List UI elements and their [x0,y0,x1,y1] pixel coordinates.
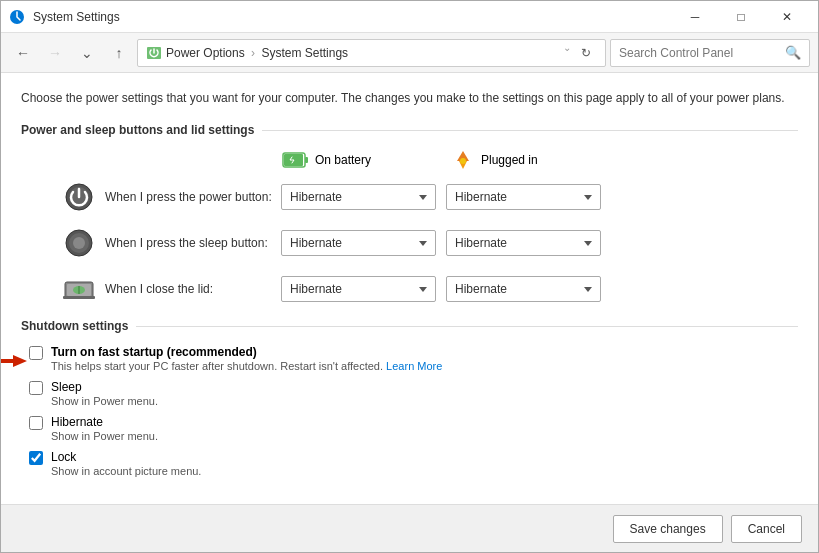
power-button-label: When I press the power button: [105,190,281,204]
dropdown-arrow-icon: ⌄ [563,42,571,64]
cancel-button[interactable]: Cancel [731,515,802,543]
battery-icon [281,149,309,171]
fast-startup-checkbox[interactable] [29,346,43,360]
lock-text: Lock Show in account picture menu. [51,450,201,477]
fast-startup-label: Turn on fast startup (recommended) This … [29,345,798,372]
column-headers: On battery Plugged in [61,149,798,171]
svg-point-10 [73,237,85,249]
plugged-in-icon [451,149,475,171]
up-button[interactable]: ↑ [105,39,133,67]
col-battery-header: On battery [281,149,451,171]
sleep-checkbox[interactable] [29,381,43,395]
power-plugged-select[interactable]: Hibernate Do nothing Sleep Shut down Tur… [446,184,601,210]
title-bar-left: System Settings [9,9,120,25]
down-button[interactable]: ⌄ [73,39,101,67]
main-content: Choose the power settings that you want … [1,73,818,504]
learn-more-link[interactable]: Learn More [386,360,442,372]
power-options-icon [146,45,162,61]
sleep-main: Sleep [51,380,158,394]
title-bar: System Settings ─ □ ✕ [1,1,818,33]
hibernate-main: Hibernate [51,415,158,429]
back-button[interactable]: ← [9,39,37,67]
lock-checkbox-label: Lock Show in account picture menu. [29,450,798,477]
refresh-button[interactable]: ↻ [575,42,597,64]
hibernate-checkbox[interactable] [29,416,43,430]
nav-bar: ← → ⌄ ↑ Power Options › System Settings … [1,33,818,73]
sleep-button-label: When I press the sleep button: [105,236,281,250]
breadcrumb-root: Power Options [166,46,245,60]
breadcrumb-current: System Settings [261,46,348,60]
lock-row: Lock Show in account picture menu. [29,450,798,477]
on-battery-label: On battery [315,153,371,167]
svg-rect-3 [305,157,308,163]
sleep-checkbox-label: Sleep Show in Power menu. [29,380,798,407]
sleep-sub: Show in Power menu. [51,395,158,407]
section2-header: Shutdown settings [21,319,798,333]
maximize-button[interactable]: □ [718,1,764,33]
hibernate-text: Hibernate Show in Power menu. [51,415,158,442]
search-box: 🔍 [610,39,810,67]
svg-point-5 [460,158,466,164]
plugged-in-label: Plugged in [481,153,538,167]
power-button-row: When I press the power button: Hibernate… [61,179,798,215]
fast-startup-main: Turn on fast startup (recommended) [51,345,442,359]
forward-button[interactable]: → [41,39,69,67]
settings-grid: On battery Plugged in [61,149,798,307]
hibernate-sub: Show in Power menu. [51,430,158,442]
section1-label: Power and sleep buttons and lid settings [21,123,254,137]
section2-label: Shutdown settings [21,319,128,333]
sleep-text: Sleep Show in Power menu. [51,380,158,407]
lid-plugged-select[interactable]: Hibernate Do nothing Sleep Shut down Tur… [446,276,601,302]
lid-icon-container [61,271,97,307]
address-bar: Power Options › System Settings ⌄ ↻ [137,39,606,67]
lid-battery-select[interactable]: Hibernate Do nothing Sleep Shut down Tur… [281,276,436,302]
fast-startup-sub: This helps start your PC faster after sh… [51,360,442,372]
svg-rect-13 [63,296,95,299]
breadcrumb-separator: › [251,46,258,60]
search-icon: 🔍 [785,45,801,60]
window-title: System Settings [33,10,120,24]
close-button[interactable]: ✕ [764,1,810,33]
title-bar-controls: ─ □ ✕ [672,1,810,33]
lid-icon [61,274,97,304]
sleep-icon [64,228,94,258]
lid-label: When I close the lid: [105,282,281,296]
shutdown-settings: Turn on fast startup (recommended) This … [29,345,798,477]
window-icon [9,9,25,25]
sleep-button-row: When I press the sleep button: Hibernate… [61,225,798,261]
breadcrumb: Power Options › System Settings [166,46,348,60]
power-battery-select[interactable]: Hibernate Do nothing Sleep Shut down Tur… [281,184,436,210]
col-plugged-header: Plugged in [451,149,621,171]
fast-startup-text: Turn on fast startup (recommended) This … [51,345,442,372]
svg-marker-15 [1,355,27,367]
footer: Save changes Cancel [1,504,818,552]
lid-row: When I close the lid: Hibernate Do nothi… [61,271,798,307]
search-input[interactable] [619,46,781,60]
sleep-battery-select[interactable]: Hibernate Do nothing Sleep Shut down Tur… [281,230,436,256]
sleep-plugged-select[interactable]: Hibernate Do nothing Sleep Shut down Tur… [446,230,601,256]
hibernate-checkbox-label: Hibernate Show in Power menu. [29,415,798,442]
main-window: System Settings ─ □ ✕ ← → ⌄ ↑ Power Opti… [0,0,819,553]
lock-checkbox[interactable] [29,451,43,465]
fast-startup-row: Turn on fast startup (recommended) This … [29,345,798,372]
lock-main: Lock [51,450,201,464]
sleep-button-icon [61,225,97,261]
save-button[interactable]: Save changes [613,515,723,543]
page-description: Choose the power settings that you want … [21,89,798,107]
red-arrow [1,351,27,371]
hibernate-row: Hibernate Show in Power menu. [29,415,798,442]
minimize-button[interactable]: ─ [672,1,718,33]
section1-header: Power and sleep buttons and lid settings [21,123,798,137]
address-bar-actions: ⌄ ↻ [563,42,597,64]
sleep-row: Sleep Show in Power menu. [29,380,798,407]
power-icon [64,182,94,212]
lock-sub: Show in account picture menu. [51,465,201,477]
power-button-icon [61,179,97,215]
